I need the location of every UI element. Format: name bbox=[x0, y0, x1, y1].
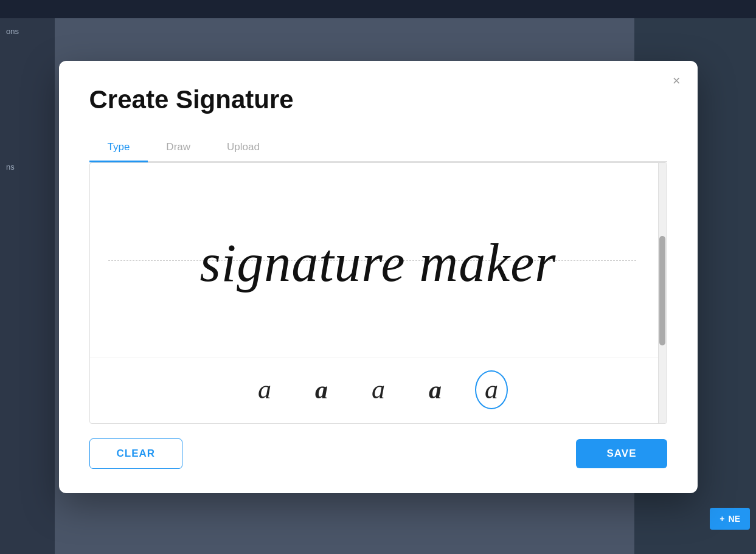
canvas-scrollbar[interactable] bbox=[658, 163, 667, 423]
close-button[interactable]: × bbox=[669, 72, 684, 90]
close-icon: × bbox=[673, 73, 681, 88]
font-option-2[interactable]: a bbox=[305, 371, 338, 409]
tab-type[interactable]: Type bbox=[89, 134, 148, 162]
modal-title: Create Signature bbox=[89, 85, 667, 114]
signature-display: signature maker bbox=[90, 163, 667, 358]
save-button[interactable]: SAVE bbox=[576, 439, 667, 468]
signature-text-display: signature maker bbox=[199, 237, 556, 290]
font-options-row: a a a a a bbox=[90, 358, 667, 418]
signature-canvas-area: signature maker a a a a a bbox=[89, 162, 667, 424]
create-signature-modal: × Create Signature Type Draw Upload sign… bbox=[59, 61, 698, 493]
font-option-3[interactable]: a bbox=[362, 370, 395, 409]
modal-backdrop: × Create Signature Type Draw Upload sign… bbox=[0, 0, 756, 554]
clear-button[interactable]: CLEAR bbox=[89, 438, 183, 469]
font-option-4[interactable]: a bbox=[419, 371, 451, 409]
font-option-5[interactable]: a bbox=[475, 370, 508, 409]
modal-actions: CLEAR SAVE bbox=[89, 424, 667, 469]
tabs-container: Type Draw Upload bbox=[89, 133, 667, 162]
font-option-1[interactable]: a bbox=[248, 370, 281, 409]
tab-draw[interactable]: Draw bbox=[148, 134, 209, 162]
scrollbar-thumb bbox=[659, 236, 665, 345]
tab-upload[interactable]: Upload bbox=[209, 134, 278, 162]
